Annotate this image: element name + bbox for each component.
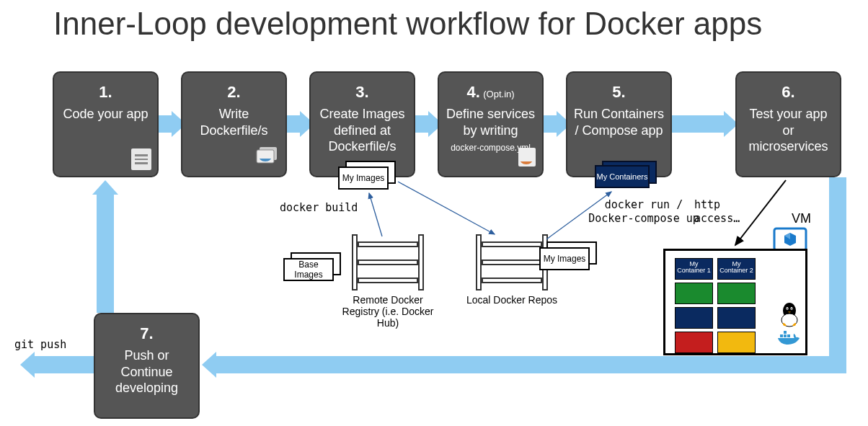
step-num: 6. [781,83,794,101]
base-images-stack: Base Images [283,252,341,281]
step-1: 1. Code your app [53,71,159,177]
arrow-5-6 [665,115,725,133]
step-num: 7. [140,324,153,342]
step-label: Push or Continue developing [101,347,192,396]
step-label: Code your app [60,106,151,123]
vm-container-1: My Container 1 [675,258,713,280]
step-label: Run Containers / Compose app [573,106,665,138]
my-images-stack-1: My Images [338,161,396,190]
step-label: Test your app or microservices [743,106,834,155]
step-label: Define services by writing [445,106,536,138]
step-opt: (Opt.in) [483,89,514,99]
arrow-return-horiz [215,356,846,373]
step-6: 6. Test your app or microservices [735,71,841,177]
vm-title: VM [792,211,811,226]
svg-rect-15 [784,331,787,334]
step-7: 7. Push or Continue developing [94,313,200,419]
svg-point-11 [791,309,792,310]
my-images-label: My Images [338,167,389,190]
step-label: Create Images defined at Dockerfile/s [316,106,408,155]
step-num: 2. [227,83,240,101]
local-repos-label: Local Docker Repos [461,294,562,306]
svg-point-10 [787,309,788,310]
remote-registry-rack [352,234,424,290]
my-images-label-2: My Images [539,247,590,270]
document-icon [131,148,151,170]
vm-slot-green-2 [717,283,756,304]
vm-slot-navy-1 [675,307,713,329]
svg-line-16 [369,193,382,236]
step-num: 4. [466,83,479,101]
step-2: 2. Write Dockerfile/s [181,71,287,177]
my-containers-label: My Containers [595,165,650,188]
svg-rect-14 [787,334,790,337]
vm-container-2: My Container 2 [717,258,756,280]
vm-slot-yellow [717,332,756,353]
arrow-7-to-1 [97,193,114,313]
tux-icon [778,301,801,330]
step-num: 1. [99,83,112,101]
vm-box: My Container 1 My Container 2 [663,249,807,355]
vm-slot-green-1 [675,283,713,304]
step-4: 4. (Opt.in) Define services by writing d… [438,71,544,177]
docker-files-icon [255,146,280,170]
step-label: Write Dockerfile/s [188,106,280,138]
my-containers-stack: My Containers [595,161,660,190]
my-images-stack-2: My Images [539,241,597,270]
base-images-label: Base Images [283,258,334,281]
arrow-return-vert-6 [829,177,846,372]
svg-line-17 [398,182,495,234]
vm-slot-navy-2 [717,307,756,329]
local-repos-rack [476,234,548,290]
svg-rect-12 [780,334,783,337]
remote-registry-label: Remote Docker Registry (i.e. Docker Hub) [337,294,438,329]
vm-slot-red [675,332,713,353]
step-num: 3. [355,83,368,101]
http-access-label: http access… [694,198,759,226]
step-num: 5. [612,83,625,101]
page-title: Inner-Loop development workflow for Dock… [53,6,762,42]
docker-build-label: docker build [280,201,358,214]
svg-rect-13 [784,334,787,337]
docker-run-label: docker run / Docker-compose up [583,198,705,226]
compose-file-icon [518,147,536,170]
git-push-label: git push [14,338,66,351]
docker-whale-icon [776,329,802,350]
arrow-git-push [33,356,94,373]
